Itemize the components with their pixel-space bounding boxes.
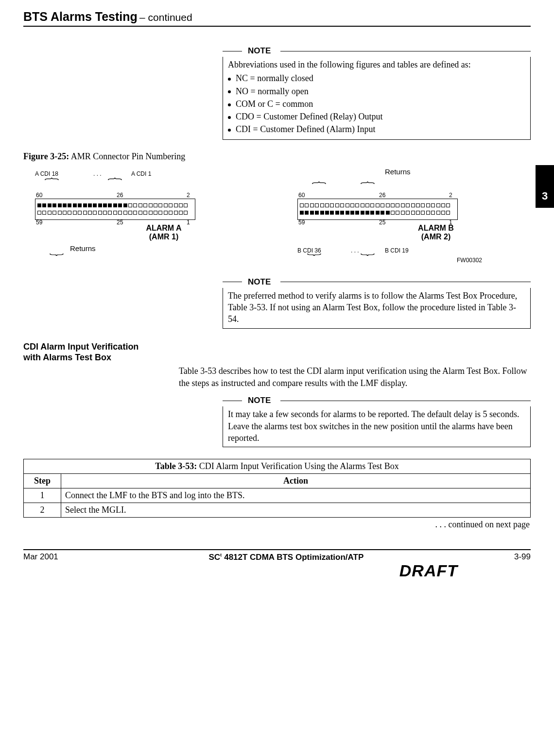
table-3-53: Table 3-53: CDI Alarm Input Verification… (23, 459, 531, 518)
pin-box (35, 199, 195, 220)
pin-number: 2 (449, 192, 452, 199)
alarm-label: ALARM B (AMR 2) (412, 224, 460, 241)
abbrev-item: COM or C = common (237, 98, 525, 110)
abbrev-item: NC = normally closed (237, 72, 525, 84)
figure-caption: Figure 3-25: AMR Connector Pin Numbering (23, 151, 531, 162)
header-title: BTS Alarms Testing (23, 10, 138, 23)
pin-number: 59 (36, 219, 42, 226)
side-tab: 3 (536, 185, 554, 208)
pin-number: 59 (298, 219, 305, 226)
col-step: Step (24, 474, 61, 488)
connector-alarm-b: Returns ⏞ ⏞ 60 26 2 59 25 1 ⏟ ⏟ B CDI 36… (297, 170, 472, 268)
brace-icon: ⏞ (312, 180, 326, 194)
step-action: Connect the LMF to the BTS and log into … (61, 488, 531, 503)
cdi-label: B CDI 36 (297, 247, 321, 254)
table-title: Table 3-53: CDI Alarm Input Verification… (24, 459, 531, 474)
step-number: 1 (24, 488, 61, 503)
footer-date: Mar 2001 (23, 552, 58, 562)
pin-number: 60 (36, 192, 42, 199)
alarm-label: ALARM A (AMR 1) (139, 224, 188, 241)
abbrev-item: CDI = Customer Defined (Alarm) Input (237, 123, 525, 135)
figure-title: AMR Connector Pin Numbering (71, 151, 186, 161)
brace-icon: ⏞ (45, 176, 59, 190)
col-action: Action (61, 474, 531, 488)
table-row: 1 Connect the LMF to the BTS and log int… (24, 488, 531, 503)
note-delay: NOTE It may take a few seconds for alarm… (223, 396, 531, 447)
pin-number: 60 (298, 192, 305, 199)
note-lead-text: Abbreviations used in the following figu… (228, 59, 525, 70)
abbrev-item: CDO = Customer Defined (Relay) Output (237, 111, 525, 122)
pin-number: 2 (187, 192, 190, 199)
cdi-label: A CDI 1 (131, 170, 151, 177)
brace-icon: ⏞ (108, 176, 122, 190)
figure-label: Figure 3-25: (23, 151, 69, 161)
returns-label: Returns (70, 244, 96, 252)
figure-code: FW00302 (457, 257, 482, 264)
brace-icon: ⏟ (50, 243, 64, 256)
continued-note: . . . continued on next page (23, 520, 530, 530)
section-heading: CDI Alarm Input Verification with Alarms… (23, 341, 531, 363)
note-label: NOTE (248, 277, 271, 287)
connector-alarm-a: A CDI 18 . . . A CDI 1 ⏞ ⏞ 60 26 2 59 25… (35, 170, 210, 268)
pin-number: 25 (117, 219, 123, 226)
pin-number: 26 (379, 192, 385, 199)
cdi-ellipsis: . . . (93, 170, 102, 177)
note-label: NOTE (248, 46, 271, 56)
page-footer: Mar 2001 SCt 4812T CDMA BTS Optimization… (23, 549, 531, 562)
table-row: 2 Select the MGLI. (24, 503, 531, 518)
step-number: 2 (24, 503, 61, 518)
page-header: BTS Alarms Testing – continued (23, 10, 531, 27)
pin-box (297, 199, 458, 220)
note-label: NOTE (248, 396, 271, 405)
brace-icon: ⏞ (361, 180, 375, 194)
side-tab-bar (536, 165, 554, 185)
pin-number: 26 (117, 192, 123, 199)
note-body: It may take a few seconds for alarms to … (223, 406, 531, 447)
cdi-ellipsis: . . . (351, 247, 359, 254)
amr-connector-diagram: A CDI 18 . . . A CDI 1 ⏞ ⏞ 60 26 2 59 25… (23, 166, 531, 277)
pin-number: 25 (379, 219, 385, 226)
footer-doc-title: SCt 4812T CDMA BTS Optimization/ATP (58, 552, 514, 562)
section-paragraph: Table 3-53 describes how to test the CDI… (179, 365, 531, 389)
note-abbreviations: NOTE Abbreviations used in the following… (223, 46, 531, 140)
note-preferred-method: NOTE The preferred method to verify alar… (223, 277, 531, 329)
header-subtitle: – continued (139, 12, 192, 23)
returns-label: Returns (385, 168, 411, 176)
footer-page-number: 3-99 (514, 552, 531, 562)
note-body: The preferred method to verify alarms is… (223, 288, 531, 329)
brace-icon: ⏟ (361, 243, 375, 256)
abbrev-item: NO = normally open (237, 85, 525, 97)
cdi-label: B CDI 19 (385, 247, 409, 254)
step-action: Select the MGLI. (61, 503, 531, 518)
draft-watermark: DRAFT (23, 561, 531, 580)
